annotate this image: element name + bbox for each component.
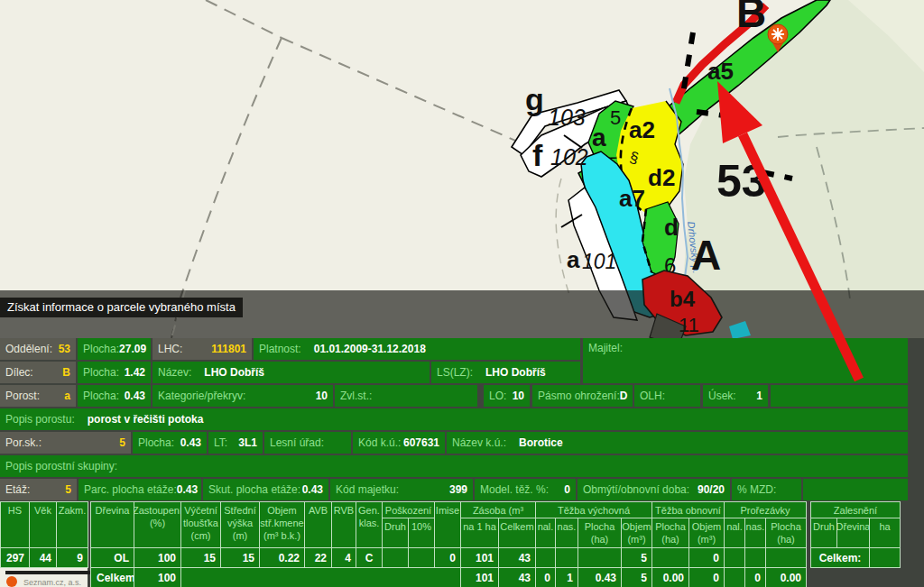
label-d2: d2 <box>648 164 675 191</box>
label-b4: b4 <box>670 287 696 311</box>
table-total-merged-cell <box>180 567 461 587</box>
field-lslz: LS(LZ):LHO Dobříš <box>431 362 580 383</box>
table-cell <box>408 547 435 568</box>
table-cell <box>578 547 622 568</box>
label-dilec-B: B <box>736 0 766 36</box>
table-cell <box>651 547 689 568</box>
table-subheader-cell: Objem (m³) <box>688 518 725 548</box>
field-pasmo: Pásmo ohrožení:D <box>532 385 633 407</box>
table-total-cell: 100 <box>134 567 181 587</box>
table-group-header-cell: Poškození <box>382 501 435 518</box>
field-kategorie: Kategorie/překryv:10 <box>152 385 333 407</box>
table-subheader-cell: Druh <box>810 518 837 548</box>
field-plocha-oddeleni: Plocha:27.09 <box>78 338 151 360</box>
field-zvlst: Zvl.st.: <box>335 385 477 407</box>
field-parc-plocha: Parc. plocha etáže:0.43 <box>79 479 201 500</box>
table-subheader-cell: nas. <box>555 518 578 548</box>
table-total-cell: 1 <box>555 567 578 587</box>
label-oddeleni-53: 53 <box>716 156 767 206</box>
table-cell <box>765 547 807 568</box>
table-cell: 0.22 <box>259 547 305 568</box>
table-total-cell: 0.00 <box>651 567 689 587</box>
table-cell <box>744 547 766 568</box>
field-mzd: % MZD: <box>732 479 801 500</box>
field-plocha-porost: Plocha:0.43 <box>78 385 151 407</box>
field-majitel: Majitel: <box>583 338 908 383</box>
table-cell <box>869 547 901 568</box>
field-empty-row7 <box>803 479 908 500</box>
map-tooltip: Získat informace o parcele vybraného mís… <box>0 298 243 317</box>
table-header-cell: RVB <box>331 501 356 548</box>
seznam-logo-icon <box>6 576 17 587</box>
label-a2: a2 <box>629 116 655 143</box>
table-cell: 44 <box>29 547 57 568</box>
table-header-cell: Výčetní tloušťka (cm) <box>180 501 221 548</box>
table-header-cell: Dřevina <box>90 501 134 548</box>
field-porsk: Por.sk.:5 <box>0 432 131 454</box>
table-cell: 22 <box>304 547 332 568</box>
table-cell: 4 <box>331 547 356 568</box>
field-lt: LT:3L1 <box>208 432 263 454</box>
table-subheader-cell: nal. <box>535 518 556 548</box>
table-cell: OL <box>90 547 134 568</box>
field-olh: OLH: <box>634 385 700 407</box>
table-header-cell: Věk <box>29 501 57 548</box>
table-header-cell: Zakm. <box>56 501 88 548</box>
table-subheader-cell: Plocha (ha) <box>651 518 689 548</box>
table-cell <box>724 547 745 568</box>
table-cell <box>382 547 409 568</box>
table-cell: 15 <box>220 547 260 568</box>
table-group-header-cell: Těžba obnovní <box>651 501 725 518</box>
table-header-cell: Objem stř.kmene (m³ b.k.) <box>259 501 305 548</box>
field-skut-plocha: Skut. plocha etáže:0.43 <box>203 479 328 500</box>
table-cell: 0 <box>688 547 725 568</box>
table-cell: 100 <box>134 547 181 568</box>
label-103: 103 <box>548 105 586 130</box>
table-total-cell: 0.00 <box>765 567 807 587</box>
table-subheader-cell: Druh <box>382 518 409 548</box>
table-header-cell: Imise <box>434 501 461 548</box>
table-total-cell: 5 <box>621 567 652 587</box>
table-total-cell: 101 <box>460 567 499 587</box>
field-popis-ps: Popis porostní skupiny: <box>0 455 908 477</box>
label-g: g <box>525 82 544 116</box>
label-5: 5 <box>610 106 621 129</box>
table-subheader-cell: Objem (m³) <box>621 518 652 548</box>
table-subheader-cell: ha <box>869 518 901 548</box>
table-header-cell: Střední výška (m) <box>220 501 260 548</box>
table-cell: 9 <box>56 547 88 568</box>
field-dilec: Dílec:B <box>0 362 76 383</box>
table-cell <box>535 547 556 568</box>
field-platnost: Platnost:01.01.2009-31.12.2018 <box>254 338 580 360</box>
label-a101-a: a <box>567 246 580 273</box>
table-group-header-cell: Těžba výchovná <box>535 501 652 518</box>
field-lesni-urad: Lesní úřad: <box>264 432 351 454</box>
field-lhc: LHC:111801 <box>152 338 252 360</box>
label-102: 102 <box>550 144 588 170</box>
field-oddeleni: Oddělení:53 <box>0 338 76 360</box>
table-total-label: Celkem: <box>90 567 134 587</box>
label-a7: a7 <box>619 185 645 212</box>
table-subheader-cell: na 1 ha <box>460 518 499 548</box>
table-header-cell: Zastoupení (%) <box>134 501 181 548</box>
table-cell: C <box>356 547 383 568</box>
field-nazev-ku: Název k.ú.:Borotice <box>447 432 908 454</box>
attribution-text: Seznam.cz, a.s. <box>23 578 81 587</box>
field-usek: Úsek:1 <box>703 385 768 407</box>
field-kod-majetku: Kód majetku:399 <box>330 479 473 500</box>
table-subheader-cell: Plocha (ha) <box>578 518 622 548</box>
field-nazev: Název:LHO Dobříš <box>152 362 430 383</box>
table-group-header-cell: Zásoba (m³ b.k.) <box>460 501 536 518</box>
table-cell: 0 <box>434 547 461 568</box>
label-dilec-A: A <box>691 232 721 279</box>
field-plocha-dilec: Plocha:1.42 <box>78 362 151 383</box>
table-cell: 101 <box>460 547 499 568</box>
table-subheader-cell: nal. <box>724 518 745 548</box>
label-a5-right: a5 <box>707 58 734 85</box>
field-model-tez: Model. těž. %:0 <box>475 479 576 500</box>
table-subheader-cell: Celkem <box>498 518 536 548</box>
table-total-cell: 0 <box>535 567 556 587</box>
field-plocha-porsk: Plocha:0.43 <box>133 432 207 454</box>
table-group-header-cell: Zalesnění <box>810 501 901 518</box>
field-etaz: Etáž:5 <box>0 479 77 500</box>
